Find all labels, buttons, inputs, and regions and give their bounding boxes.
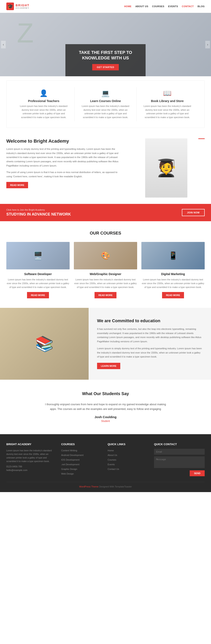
welcome-text-block: Welcome to Bright Academy Lorem ipsum is…	[6, 138, 122, 188]
footer-send-button[interactable]: SEND	[190, 470, 205, 476]
feature-library: 📖 Book Library and Store Lorem ipsum has…	[137, 87, 198, 121]
commitment-para2: Lorem ipsum is simply dummy text of the …	[97, 346, 203, 359]
list-item: Web Design	[61, 472, 103, 475]
learn-more-button[interactable]: LEARN MORE	[97, 363, 120, 369]
footer-message-input[interactable]	[154, 456, 205, 468]
course-image-3: 📱	[141, 242, 205, 270]
footer-email-input[interactable]	[154, 449, 205, 455]
hero-next-button[interactable]: ›	[205, 41, 210, 48]
footer-col-links: Quick Links Home About Us Courses Events…	[108, 443, 150, 477]
hero-prev-button[interactable]: ‹	[1, 41, 6, 48]
courses-section-title: OUR COURSES	[6, 231, 205, 236]
testimonial-quote: I thoroughly enjoyed courses from here a…	[44, 402, 167, 411]
read-more-button[interactable]: READ MORE	[6, 182, 28, 188]
course-text-2: Lorem ipsum has been the industry's stan…	[74, 278, 137, 289]
footer-link[interactable]: Android Development	[61, 454, 84, 456]
footer-col-contact: Quick Contact SEND	[154, 443, 205, 477]
nav-blog[interactable]: BLOG	[198, 5, 205, 8]
get-started-button[interactable]: GET STARTED	[92, 64, 119, 70]
footer-quick-links-list: Home About Us Courses Events Contact Us	[108, 449, 150, 470]
nav-home[interactable]: HOME	[124, 5, 131, 8]
commitment-section: 📚 We are Committed to education It has s…	[0, 308, 211, 380]
nav-about[interactable]: ABOUT US	[135, 5, 148, 8]
list-item: Home	[108, 449, 150, 452]
course-text-1: Lorem ipsum has been the industry's stan…	[6, 278, 70, 289]
footer-link[interactable]: Graphic Design	[61, 468, 77, 470]
commitment-title: We are Committed to education	[97, 318, 203, 323]
footer-link[interactable]: Content Writing	[61, 449, 77, 452]
testimonial-name: Josh Coulding	[6, 415, 205, 419]
footer-quick-link-about[interactable]: About Us	[108, 454, 117, 456]
testimonials-section: What Our Students Say I thoroughly enjoy…	[0, 380, 211, 434]
library-icon: 📖	[141, 89, 194, 97]
hero-title: TAKE THE FIRST STEP TO KNOWLEDGE WITH US	[71, 50, 140, 61]
course-title-2: Web/Graphic Designer	[74, 272, 137, 276]
nav-contact[interactable]: CONTACT	[182, 5, 194, 8]
site-footer: Bright Academy Lorem ipsum has been the …	[0, 434, 211, 492]
list-item: Graphic Design	[61, 467, 103, 470]
footer-email: hello@example.com	[6, 469, 57, 472]
footer-bottom: WordPress Theme Designed With TemplateTo…	[6, 482, 205, 488]
footer-quick-link-events[interactable]: Events	[108, 463, 115, 466]
accent-line	[198, 138, 205, 139]
course-readmore-3[interactable]: READ MORE	[162, 292, 184, 298]
site-header: 🎓 BRIGHT ACADEMY HOME ABOUT US COURSES E…	[0, 0, 211, 13]
hero-bg-letter: Z	[17, 17, 33, 49]
teacher-icon: 👤	[17, 89, 70, 97]
logo-academy: ACADEMY	[16, 7, 29, 9]
footer-col-courses: Courses Content Writing Android Developm…	[61, 443, 103, 477]
join-now-button[interactable]: JOIN NOW	[182, 209, 205, 216]
list-item: Android Development	[61, 454, 103, 456]
welcome-section: Welcome to Bright Academy Lorem ipsum is…	[0, 132, 211, 204]
feature-courses: 💻 Learn Courses Online Lorem ipsum has b…	[75, 87, 137, 121]
nav-courses[interactable]: COURSES	[152, 5, 164, 8]
footer-about-text: Lorem ipsum has been the industry's stan…	[6, 449, 57, 463]
footer-col-about: Bright Academy Lorem ipsum has been the …	[6, 443, 57, 477]
footer-quick-link-contact[interactable]: Contact Us	[108, 468, 119, 470]
logo[interactable]: 🎓 BRIGHT ACADEMY	[6, 2, 29, 10]
course-card-1: 🖥️ Software Developer Lorem ipsum has be…	[6, 242, 70, 298]
footer-link[interactable]: .net Development	[61, 463, 79, 466]
footer-courses-list: Content Writing Android Development IOS …	[61, 449, 103, 475]
course-readmore-1[interactable]: READ MORE	[27, 292, 49, 298]
course-readmore-2[interactable]: READ MORE	[95, 292, 116, 298]
feature-teachers-title: Professional Teachers	[17, 99, 70, 103]
footer-about-title: Bright Academy	[6, 443, 57, 446]
testimonial-role: Student	[6, 420, 205, 422]
features-section: 👤 Professional Teachers Lorem ipsum has …	[6, 80, 205, 128]
list-item: Contact Us	[108, 467, 150, 470]
logo-bright: BRIGHT	[16, 4, 29, 7]
logo-icon: 🎓	[6, 2, 14, 10]
footer-designed-by: Designed With TemplateToaster	[99, 485, 132, 488]
course-card-3: 📱 Digital Marketing Lorem ipsum has been…	[141, 242, 205, 298]
list-item: Content Writing	[61, 449, 103, 452]
course-title-3: Digital Marketing	[141, 272, 205, 276]
feature-teachers: 👤 Professional Teachers Lorem ipsum has …	[13, 87, 75, 121]
footer-quick-link-courses[interactable]: Courses	[108, 458, 116, 461]
footer-quick-link-home[interactable]: Home	[108, 449, 114, 452]
feature-library-title: Book Library and Store	[141, 99, 194, 103]
footer-contact-title: Quick Contact	[154, 443, 205, 446]
feature-courses-text: Lorem ipsum has been the industry's stan…	[79, 104, 132, 119]
hero-section: Z TAKE THE FIRST STEP TO KNOWLEDGE WITH …	[0, 13, 211, 76]
welcome-para2: The point of using Lorem Ipsum is that i…	[6, 170, 122, 178]
footer-link[interactable]: IOS Development	[61, 458, 80, 461]
nav-events[interactable]: EVENTS	[168, 5, 178, 8]
cta-banner: Click here to Join the Bright Academy ST…	[0, 204, 211, 221]
list-item: Events	[108, 463, 150, 466]
course-text-3: Lorem ipsum has been the industry's stan…	[141, 278, 205, 289]
main-nav: HOME ABOUT US COURSES EVENTS CONTACT BLO…	[124, 5, 205, 8]
course-image-1: 🖥️	[6, 242, 70, 270]
cta-text-block: Click here to Join the Bright Academy ST…	[6, 208, 71, 216]
list-item: .net Development	[61, 463, 103, 466]
footer-link[interactable]: Web Design	[61, 472, 74, 475]
list-item: About Us	[108, 454, 150, 456]
commitment-text-block: We are Committed to education It has sur…	[89, 308, 211, 380]
welcome-title: Welcome to Bright Academy	[6, 138, 122, 144]
cta-small-text: Click here to Join the Bright Academy	[6, 208, 71, 211]
welcome-para1: Lorem ipsum is simply dummy text of the …	[6, 147, 122, 168]
feature-courses-title: Learn Courses Online	[79, 99, 132, 103]
cta-main-title: STUDYING IN ADVANCE NETWORK	[6, 212, 71, 216]
courses-section: OUR COURSES 🖥️ Software Developer Lorem …	[0, 221, 211, 308]
courses-grid: 🖥️ Software Developer Lorem ipsum has be…	[6, 242, 205, 298]
